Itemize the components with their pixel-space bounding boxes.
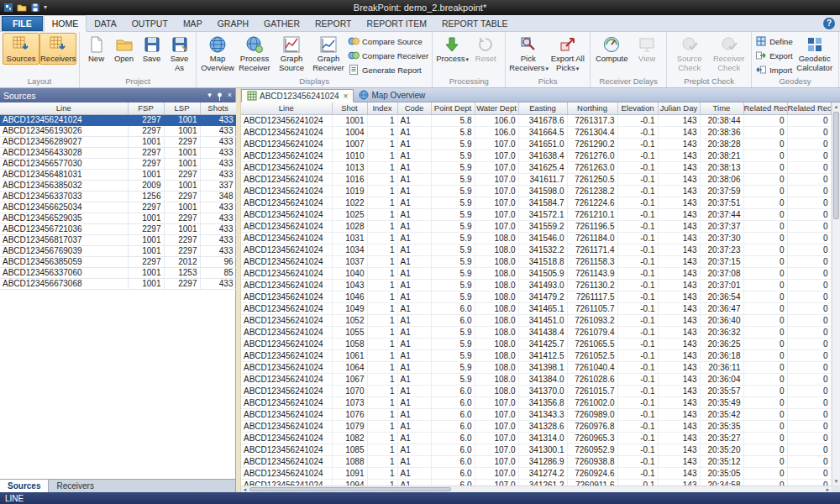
vertical-scrollbar[interactable]: ▲ ▼ bbox=[832, 102, 840, 486]
table-row[interactable]: ABCD1234563850592297201296 bbox=[0, 256, 236, 267]
export-all-picks-button[interactable]: Export All Picks▾ bbox=[548, 33, 587, 74]
table-row[interactable]: ABCD12345624102410311A15.9108.0341546.07… bbox=[241, 232, 831, 244]
close-icon[interactable]: × bbox=[344, 92, 349, 101]
define-button[interactable]: Define bbox=[755, 35, 792, 47]
ribbon-tab-home[interactable]: HOME bbox=[44, 15, 87, 32]
receiver-check-button[interactable]: Receiver Check bbox=[709, 33, 748, 73]
ribbon-tab-report-table[interactable]: REPORT TABLE bbox=[434, 16, 516, 31]
process-button[interactable]: Process▾ bbox=[435, 33, 469, 66]
table-row[interactable]: ABCD12345624102410641A15.9108.0341398.17… bbox=[241, 361, 831, 373]
table-row[interactable]: ABCD12345628902710012297433 bbox=[0, 136, 236, 147]
table-row[interactable]: ABCD12345648103110012297433 bbox=[0, 169, 236, 180]
table-row[interactable]: ABCD12345624102410941A16.0107.0341261.27… bbox=[241, 479, 831, 486]
save-button[interactable]: Save bbox=[138, 33, 165, 65]
table-row[interactable]: ABCD12345624102410821A16.0107.0341314.07… bbox=[241, 432, 831, 444]
column-header[interactable]: Northing bbox=[567, 102, 617, 114]
column-header[interactable]: Shot bbox=[332, 102, 367, 114]
map-overview-button[interactable]: Map Overview bbox=[199, 33, 236, 73]
table-row[interactable]: ABCD12345624102410611A15.9108.0341412.57… bbox=[241, 349, 831, 361]
sources-button[interactable]: Sources bbox=[3, 33, 39, 65]
table-row[interactable]: ABCD1234563370601001125385 bbox=[0, 267, 236, 278]
table-row[interactable]: ABCD12345624102410461A15.9108.0341479.27… bbox=[241, 291, 831, 302]
pick-receivers-button[interactable]: Pick Receivers▾ bbox=[508, 33, 548, 74]
table-row[interactable]: ABCD12345624102410431A15.9108.0341493.07… bbox=[241, 279, 831, 291]
table-row[interactable]: ABCD12345624102410281A15.9107.0341559.27… bbox=[241, 220, 831, 232]
scroll-down-icon[interactable]: ▼ bbox=[832, 477, 840, 486]
table-row[interactable]: ABCD12345624102410551A15.9108.0341438.47… bbox=[241, 326, 831, 338]
table-row[interactable]: ABCD12345624102410341A15.9108.0341532.27… bbox=[241, 244, 831, 255]
compare-source-button[interactable]: Compare Source bbox=[348, 35, 428, 47]
table-row[interactable]: ABCD12345624102410221A15.9107.0341584.77… bbox=[241, 197, 831, 208]
open-button[interactable]: Open bbox=[110, 33, 138, 65]
table-row[interactable]: ABCD12345624102410131A15.9107.0341625.47… bbox=[241, 161, 831, 173]
panel-dropdown-icon[interactable]: ▾ bbox=[207, 88, 212, 102]
column-header[interactable]: Shots bbox=[200, 102, 236, 114]
column-header[interactable]: Related Rec bbox=[787, 102, 831, 114]
quick-access-dropdown-icon[interactable]: ▾ bbox=[44, 3, 47, 13]
ribbon-tab-file[interactable]: FILE bbox=[2, 16, 43, 31]
table-row[interactable]: ABCD12345624102410701A16.0108.0341370.07… bbox=[241, 385, 831, 396]
save-as-button[interactable]: Save As bbox=[165, 33, 193, 73]
ribbon-tab-output[interactable]: OUTPUT bbox=[124, 16, 176, 31]
table-row[interactable]: ABCD12345624102410671A15.9108.0341384.07… bbox=[241, 373, 831, 385]
scroll-right-icon[interactable]: ► bbox=[824, 486, 832, 492]
table-row[interactable]: ABCD12345624102410911A16.0107.0341274.27… bbox=[241, 467, 831, 479]
panel-tab-receivers[interactable]: Receivers bbox=[49, 480, 101, 492]
column-header[interactable]: Elevation bbox=[617, 102, 658, 114]
table-row[interactable]: ABCD12345624102410491A16.0108.0341465.17… bbox=[241, 302, 831, 314]
ribbon-tab-map[interactable]: MAP bbox=[176, 16, 210, 31]
ribbon-tab-graph[interactable]: GRAPH bbox=[210, 16, 256, 31]
document-tab[interactable]: Map Overview bbox=[354, 88, 430, 102]
column-header[interactable]: FSP bbox=[128, 102, 164, 114]
column-header[interactable]: Line bbox=[0, 102, 128, 114]
column-header[interactable]: Easting bbox=[518, 102, 567, 114]
table-row[interactable]: ABCD12345643302822971001433 bbox=[0, 147, 236, 158]
table-row[interactable]: ABCD12345624102410101A15.9107.0341638.47… bbox=[241, 150, 831, 161]
table-row[interactable]: ABCD12345652903510012297433 bbox=[0, 213, 236, 223]
new-button[interactable]: New bbox=[82, 33, 110, 65]
scroll-left-icon[interactable]: ◄ bbox=[241, 486, 249, 492]
column-header[interactable]: Julian Day bbox=[658, 102, 700, 114]
horizontal-scrollbar[interactable]: ◄ ► bbox=[241, 486, 832, 492]
vertical-scrollbar-thumb[interactable] bbox=[833, 112, 839, 219]
table-row[interactable]: ABCD12345624102410881A16.0107.0341286.97… bbox=[241, 455, 831, 467]
table-row[interactable]: ABCD12345667306810012297433 bbox=[0, 278, 236, 289]
graph-receiver-button[interactable]: Graph Receiver bbox=[310, 33, 347, 73]
open-icon[interactable] bbox=[17, 3, 27, 13]
document-tab[interactable]: ABCD123456241024× bbox=[241, 89, 354, 102]
column-header[interactable]: Index bbox=[367, 102, 397, 114]
view-button[interactable]: View bbox=[630, 33, 664, 65]
reset-button[interactable]: Reset bbox=[469, 33, 502, 65]
table-row[interactable]: ABCD12345624102410401A15.9108.0341505.97… bbox=[241, 267, 831, 279]
table-row[interactable]: ABCD12345624102410071A15.9107.0341651.07… bbox=[241, 138, 831, 150]
geodetic-calculator-button[interactable]: Geodetic Calculator bbox=[794, 33, 836, 73]
column-header[interactable]: Time bbox=[700, 102, 743, 114]
source-check-button[interactable]: Source Check bbox=[669, 33, 709, 73]
export-button[interactable]: Export bbox=[755, 50, 792, 61]
table-row[interactable]: ABCD12345662503422971001433 bbox=[0, 202, 236, 213]
column-header[interactable]: LSP bbox=[164, 102, 200, 114]
table-row[interactable]: ABCD12345672103622971001433 bbox=[0, 223, 236, 234]
table-row[interactable]: ABCD12345681703710012297433 bbox=[0, 234, 236, 245]
generate-report-button[interactable]: Generate Report bbox=[348, 64, 428, 76]
table-row[interactable]: ABCD12345624102410581A15.9108.0341425.77… bbox=[241, 338, 831, 349]
table-row[interactable]: ABCD12345624102410371A15.9108.0341518.87… bbox=[241, 255, 831, 267]
table-row[interactable]: ABCD12345624102410521A16.0108.0341451.07… bbox=[241, 314, 831, 326]
column-header[interactable]: Line bbox=[241, 102, 332, 114]
column-header[interactable]: Water Dept bbox=[475, 102, 518, 114]
table-row[interactable]: ABCD12345624102422971001433 bbox=[0, 114, 236, 125]
ribbon-tab-data[interactable]: DATA bbox=[87, 16, 123, 31]
table-row[interactable]: ABCD12345619302622971001433 bbox=[0, 125, 236, 136]
receivers-button[interactable]: Receivers bbox=[39, 33, 76, 65]
table-row[interactable]: ABCD12345624102410011A15.8106.0341678.67… bbox=[241, 114, 831, 126]
ribbon-tab-report-item[interactable]: REPORT ITEM bbox=[360, 16, 434, 31]
column-header[interactable]: Code bbox=[397, 102, 431, 114]
horizontal-scrollbar-thumb[interactable] bbox=[249, 487, 451, 491]
help-button[interactable]: ? bbox=[823, 18, 835, 29]
graph-source-button[interactable]: Graph Source bbox=[273, 33, 310, 73]
save-icon[interactable] bbox=[30, 3, 40, 13]
table-row[interactable]: ABCD12345624102410251A15.9107.0341572.17… bbox=[241, 208, 831, 220]
close-icon[interactable]: × bbox=[228, 88, 232, 102]
table-row[interactable]: ABCD12345624102410761A16.0107.0341343.37… bbox=[241, 408, 831, 420]
scroll-up-icon[interactable]: ▲ bbox=[832, 102, 840, 111]
